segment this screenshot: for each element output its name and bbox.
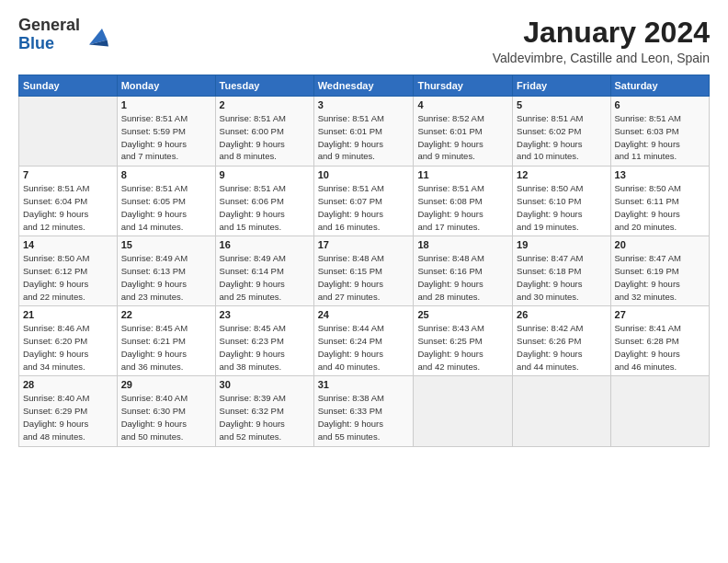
day-number: 8 xyxy=(121,169,211,180)
day-info: Sunrise: 8:50 AM Sunset: 6:10 PM Dayligh… xyxy=(517,182,606,233)
day-info: Sunrise: 8:48 AM Sunset: 6:15 PM Dayligh… xyxy=(318,252,410,303)
month-title: January 2024 xyxy=(493,17,710,49)
day-info: Sunrise: 8:51 AM Sunset: 6:00 PM Dayligh… xyxy=(220,112,310,163)
day-cell: 7Sunrise: 8:51 AM Sunset: 6:04 PM Daylig… xyxy=(19,167,118,236)
day-info: Sunrise: 8:41 AM Sunset: 6:28 PM Dayligh… xyxy=(615,322,705,373)
day-cell: 20Sunrise: 8:47 AM Sunset: 6:19 PM Dayli… xyxy=(610,236,709,306)
logo: General Blue xyxy=(18,17,108,53)
day-cell: 3Sunrise: 8:51 AM Sunset: 6:01 PM Daylig… xyxy=(313,97,414,167)
logo-icon xyxy=(83,22,108,48)
day-number: 24 xyxy=(318,309,410,320)
day-cell: 26Sunrise: 8:42 AM Sunset: 6:26 PM Dayli… xyxy=(513,306,610,376)
location: Valdevimbre, Castille and Leon, Spain xyxy=(493,51,710,65)
day-number: 11 xyxy=(417,169,508,180)
day-info: Sunrise: 8:40 AM Sunset: 6:29 PM Dayligh… xyxy=(23,392,113,442)
day-cell: 12Sunrise: 8:50 AM Sunset: 6:10 PM Dayli… xyxy=(513,167,610,236)
day-cell: 29Sunrise: 8:40 AM Sunset: 6:30 PM Dayli… xyxy=(117,376,215,446)
logo-general: General xyxy=(18,16,80,34)
day-cell: 19Sunrise: 8:47 AM Sunset: 6:18 PM Dayli… xyxy=(513,236,610,306)
day-cell: 25Sunrise: 8:43 AM Sunset: 6:25 PM Dayli… xyxy=(414,306,513,376)
day-number: 4 xyxy=(417,99,508,110)
day-info: Sunrise: 8:47 AM Sunset: 6:19 PM Dayligh… xyxy=(615,252,705,303)
day-number: 25 xyxy=(417,309,508,320)
day-cell: 21Sunrise: 8:46 AM Sunset: 6:20 PM Dayli… xyxy=(19,306,118,376)
day-cell: 28Sunrise: 8:40 AM Sunset: 6:29 PM Dayli… xyxy=(19,376,118,446)
day-info: Sunrise: 8:51 AM Sunset: 6:08 PM Dayligh… xyxy=(417,182,508,233)
day-info: Sunrise: 8:51 AM Sunset: 6:05 PM Dayligh… xyxy=(121,182,211,233)
day-number: 3 xyxy=(318,99,410,110)
day-cell: 16Sunrise: 8:49 AM Sunset: 6:14 PM Dayli… xyxy=(215,236,313,306)
day-cell: 4Sunrise: 8:52 AM Sunset: 6:01 PM Daylig… xyxy=(414,97,513,167)
day-info: Sunrise: 8:51 AM Sunset: 5:59 PM Dayligh… xyxy=(121,112,211,163)
header-row: SundayMondayTuesdayWednesdayThursdayFrid… xyxy=(19,75,710,97)
day-info: Sunrise: 8:52 AM Sunset: 6:01 PM Dayligh… xyxy=(417,112,508,163)
day-info: Sunrise: 8:39 AM Sunset: 6:32 PM Dayligh… xyxy=(220,392,310,442)
day-number: 2 xyxy=(220,99,310,110)
day-info: Sunrise: 8:51 AM Sunset: 6:02 PM Dayligh… xyxy=(517,112,606,163)
day-number: 15 xyxy=(121,239,211,250)
day-info: Sunrise: 8:45 AM Sunset: 6:23 PM Dayligh… xyxy=(220,322,310,373)
day-number: 30 xyxy=(220,379,310,390)
day-cell: 18Sunrise: 8:48 AM Sunset: 6:16 PM Dayli… xyxy=(414,236,513,306)
day-number: 20 xyxy=(615,239,705,250)
header-cell-tuesday: Tuesday xyxy=(215,75,313,97)
day-info: Sunrise: 8:44 AM Sunset: 6:24 PM Dayligh… xyxy=(318,322,410,373)
title-block: January 2024 Valdevimbre, Castille and L… xyxy=(493,17,710,65)
day-info: Sunrise: 8:46 AM Sunset: 6:20 PM Dayligh… xyxy=(23,322,113,373)
day-number: 26 xyxy=(517,309,606,320)
day-info: Sunrise: 8:51 AM Sunset: 6:04 PM Dayligh… xyxy=(23,182,113,233)
day-number: 18 xyxy=(417,239,508,250)
day-number: 5 xyxy=(517,99,606,110)
header-cell-sunday: Sunday xyxy=(19,75,118,97)
day-number: 22 xyxy=(121,309,211,320)
calendar-table: SundayMondayTuesdayWednesdayThursdayFrid… xyxy=(18,75,710,446)
day-number: 28 xyxy=(23,379,113,390)
day-cell xyxy=(610,376,709,446)
day-number: 27 xyxy=(615,309,705,320)
day-number: 29 xyxy=(121,379,211,390)
day-cell: 8Sunrise: 8:51 AM Sunset: 6:05 PM Daylig… xyxy=(117,167,215,236)
day-cell: 15Sunrise: 8:49 AM Sunset: 6:13 PM Dayli… xyxy=(117,236,215,306)
day-number: 6 xyxy=(615,99,705,110)
header-cell-thursday: Thursday xyxy=(414,75,513,97)
day-number: 12 xyxy=(517,169,606,180)
day-number: 16 xyxy=(220,239,310,250)
day-info: Sunrise: 8:50 AM Sunset: 6:11 PM Dayligh… xyxy=(615,182,705,233)
day-number: 17 xyxy=(318,239,410,250)
day-info: Sunrise: 8:45 AM Sunset: 6:21 PM Dayligh… xyxy=(121,322,211,373)
day-number: 7 xyxy=(23,169,113,180)
day-info: Sunrise: 8:47 AM Sunset: 6:18 PM Dayligh… xyxy=(517,252,606,303)
day-cell: 10Sunrise: 8:51 AM Sunset: 6:07 PM Dayli… xyxy=(313,167,414,236)
day-cell: 13Sunrise: 8:50 AM Sunset: 6:11 PM Dayli… xyxy=(610,167,709,236)
day-cell: 14Sunrise: 8:50 AM Sunset: 6:12 PM Dayli… xyxy=(19,236,118,306)
day-info: Sunrise: 8:42 AM Sunset: 6:26 PM Dayligh… xyxy=(517,322,606,373)
day-cell: 2Sunrise: 8:51 AM Sunset: 6:00 PM Daylig… xyxy=(215,97,313,167)
day-cell: 23Sunrise: 8:45 AM Sunset: 6:23 PM Dayli… xyxy=(215,306,313,376)
day-cell: 11Sunrise: 8:51 AM Sunset: 6:08 PM Dayli… xyxy=(414,167,513,236)
day-cell: 22Sunrise: 8:45 AM Sunset: 6:21 PM Dayli… xyxy=(117,306,215,376)
day-number: 14 xyxy=(23,239,113,250)
day-cell: 30Sunrise: 8:39 AM Sunset: 6:32 PM Dayli… xyxy=(215,376,313,446)
day-number: 19 xyxy=(517,239,606,250)
header-cell-wednesday: Wednesday xyxy=(313,75,414,97)
page: General Blue January 2024 Valdevimbre, C… xyxy=(0,0,728,456)
day-number: 21 xyxy=(23,309,113,320)
day-info: Sunrise: 8:49 AM Sunset: 6:13 PM Dayligh… xyxy=(121,252,211,303)
week-row-2: 14Sunrise: 8:50 AM Sunset: 6:12 PM Dayli… xyxy=(19,236,710,306)
day-cell: 6Sunrise: 8:51 AM Sunset: 6:03 PM Daylig… xyxy=(610,97,709,167)
day-number: 10 xyxy=(318,169,410,180)
day-cell: 9Sunrise: 8:51 AM Sunset: 6:06 PM Daylig… xyxy=(215,167,313,236)
day-cell: 17Sunrise: 8:48 AM Sunset: 6:15 PM Dayli… xyxy=(313,236,414,306)
day-number: 9 xyxy=(220,169,310,180)
day-cell: 5Sunrise: 8:51 AM Sunset: 6:02 PM Daylig… xyxy=(513,97,610,167)
header-cell-friday: Friday xyxy=(513,75,610,97)
week-row-0: 1Sunrise: 8:51 AM Sunset: 5:59 PM Daylig… xyxy=(19,97,710,167)
day-cell xyxy=(513,376,610,446)
day-cell xyxy=(414,376,513,446)
day-info: Sunrise: 8:51 AM Sunset: 6:07 PM Dayligh… xyxy=(318,182,410,233)
day-info: Sunrise: 8:40 AM Sunset: 6:30 PM Dayligh… xyxy=(121,392,211,442)
header: General Blue January 2024 Valdevimbre, C… xyxy=(18,17,710,65)
day-info: Sunrise: 8:51 AM Sunset: 6:03 PM Dayligh… xyxy=(615,112,705,163)
day-number: 1 xyxy=(121,99,211,110)
day-info: Sunrise: 8:38 AM Sunset: 6:33 PM Dayligh… xyxy=(318,392,410,442)
